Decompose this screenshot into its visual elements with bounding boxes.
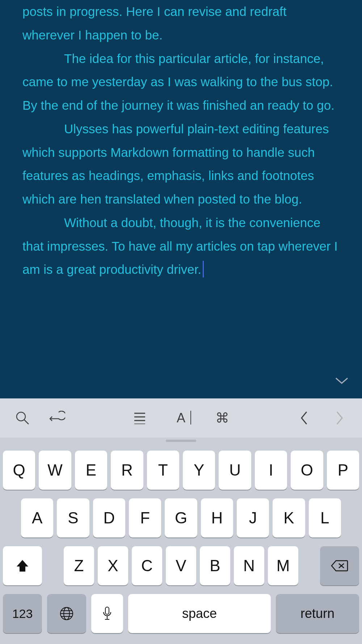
paragraph[interactable]: Ulysses has powerful plain-text editing …	[22, 117, 340, 211]
key-h[interactable]: H	[201, 498, 233, 538]
chevron-left-icon	[300, 411, 308, 425]
scroll-down-button[interactable]	[335, 375, 348, 388]
nav-back-button[interactable]	[295, 409, 313, 427]
backspace-icon	[331, 559, 348, 572]
svg-point-0	[17, 412, 25, 421]
command-button[interactable]: ⌘	[214, 409, 231, 427]
key-t[interactable]: T	[147, 451, 179, 490]
search-icon	[15, 411, 30, 425]
key-f[interactable]: F	[129, 498, 161, 538]
keyboard-row-1: Q W E R T Y U I O P	[3, 451, 359, 490]
undo-icon	[49, 411, 65, 425]
key-b[interactable]: B	[200, 546, 230, 585]
editor-area[interactable]: posts in progress. Here I can revise and…	[0, 0, 362, 398]
key-123[interactable]: 123	[3, 594, 42, 633]
key-x[interactable]: X	[98, 546, 128, 585]
keyboard-row-2: A S D F G H J K L	[3, 498, 359, 538]
key-a[interactable]: A	[21, 498, 53, 538]
key-j[interactable]: J	[237, 498, 269, 538]
svg-rect-13	[105, 607, 109, 614]
paragraph[interactable]: The idea for this particular article, fo…	[22, 47, 340, 117]
svg-line-1	[24, 420, 29, 424]
key-backspace[interactable]	[320, 546, 359, 585]
key-shift[interactable]	[3, 546, 42, 585]
key-s[interactable]: S	[57, 498, 89, 538]
undo-button[interactable]	[49, 409, 66, 427]
key-e[interactable]: E	[75, 451, 107, 490]
key-k[interactable]: K	[273, 498, 305, 538]
key-z[interactable]: Z	[64, 546, 94, 585]
key-return[interactable]: return	[276, 594, 359, 633]
globe-icon	[59, 606, 74, 621]
keyboard-row-3: Z X C V B N M	[3, 546, 359, 585]
caret-icon	[190, 411, 191, 425]
lines-icon	[134, 412, 146, 424]
key-g[interactable]: G	[165, 498, 197, 538]
text-cursor	[203, 261, 204, 277]
key-l[interactable]: L	[309, 498, 341, 538]
key-v[interactable]: V	[166, 546, 196, 585]
text-format-button[interactable]: A	[172, 409, 190, 427]
key-w[interactable]: W	[39, 451, 71, 490]
text-format-label: A	[177, 410, 185, 426]
key-r[interactable]: R	[111, 451, 143, 490]
nav-forward-button[interactable]	[331, 409, 348, 427]
key-dictation[interactable]	[91, 594, 123, 633]
key-n[interactable]: N	[234, 546, 264, 585]
paragraph[interactable]: posts in progress. Here I can revise and…	[22, 0, 340, 47]
search-button[interactable]	[14, 409, 31, 427]
key-q[interactable]: Q	[3, 451, 35, 490]
keyboard: Q W E R T Y U I O P A S D F G H J K L Z …	[0, 438, 362, 644]
key-globe[interactable]	[47, 594, 86, 633]
microphone-icon	[102, 606, 112, 621]
shift-icon	[15, 559, 30, 573]
chevron-right-icon	[336, 411, 344, 425]
keyboard-grabber[interactable]	[166, 440, 196, 442]
key-p[interactable]: P	[327, 451, 359, 490]
key-space[interactable]: space	[128, 594, 271, 633]
keyboard-accessory-bar: A ⌘	[0, 398, 362, 438]
paragraph-text: Without a doubt, though, it is the conve…	[22, 216, 338, 277]
paragraph-style-button[interactable]	[131, 409, 148, 427]
command-icon: ⌘	[215, 410, 229, 426]
key-u[interactable]: U	[219, 451, 251, 490]
keyboard-row-4: 123 space return	[3, 594, 359, 633]
key-o[interactable]: O	[291, 451, 323, 490]
key-c[interactable]: C	[132, 546, 162, 585]
key-i[interactable]: I	[255, 451, 287, 490]
chevron-down-icon	[335, 377, 348, 385]
key-d[interactable]: D	[93, 498, 125, 538]
key-m[interactable]: M	[268, 546, 298, 585]
paragraph[interactable]: Without a doubt, though, it is the conve…	[22, 211, 340, 281]
key-y[interactable]: Y	[183, 451, 215, 490]
